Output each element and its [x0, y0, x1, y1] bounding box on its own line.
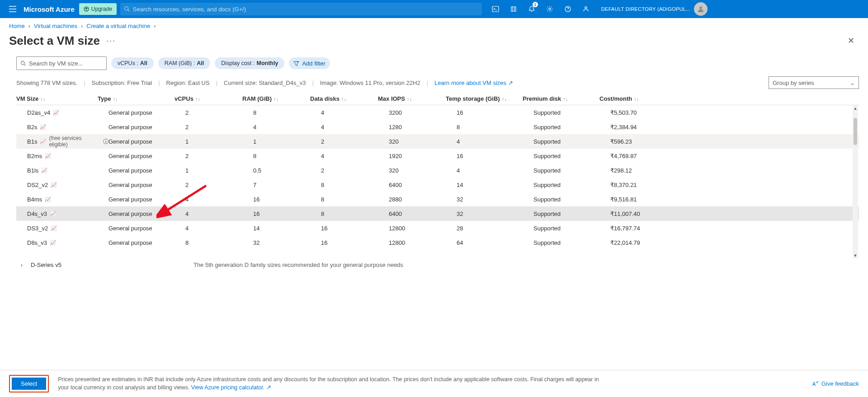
table-row[interactable]: B2s 📈General purpose24412808Supported₹2,…: [16, 120, 859, 134]
filter-icon: [293, 61, 299, 66]
add-filter-button[interactable]: Add filter: [289, 57, 330, 69]
cell-disks: 8: [321, 210, 389, 217]
col-iops[interactable]: Max IOPS↑↓: [378, 95, 446, 102]
col-ram[interactable]: RAM (GiB)↑↓: [242, 95, 310, 102]
trend-icon: 📈: [40, 139, 46, 145]
col-cost[interactable]: Cost/month↑↓: [599, 95, 853, 102]
cell-iops: 6400: [389, 182, 457, 188]
col-type[interactable]: Type↑↓: [98, 95, 175, 102]
brand-label: Microsoft Azure: [24, 5, 75, 13]
breadcrumb: Home › Virtual machines › Create a virtu…: [0, 18, 868, 31]
chevron-right-icon[interactable]: ›: [18, 262, 25, 268]
cell-disks: 16: [321, 239, 389, 246]
sort-icon: ↑↓: [502, 96, 507, 102]
scroll-thumb[interactable]: [854, 118, 857, 145]
notifications-icon[interactable]: 1: [524, 0, 540, 18]
table-row[interactable]: B4ms 📈General purpose4168288032Supported…: [16, 192, 859, 206]
col-vmsize[interactable]: VM Size↑↓: [16, 95, 98, 102]
vm-name-cell: DS2_v2 📈: [27, 182, 108, 188]
breadcrumb-home[interactable]: Home: [9, 23, 25, 29]
col-tempstorage[interactable]: Temp storage (GiB)↑↓: [446, 95, 523, 102]
col-premium[interactable]: Premium disk↑↓: [523, 95, 599, 102]
svg-point-3: [549, 8, 551, 10]
info-icon[interactable]: i: [103, 139, 108, 144]
filter-ram-value: All: [197, 60, 204, 66]
table-row[interactable]: DS2_v2 📈General purpose278640014Supporte…: [16, 177, 859, 192]
cell-prem: Supported: [533, 182, 610, 188]
upgrade-button[interactable]: Upgrade: [79, 3, 117, 15]
sort-icon: ↑↓: [563, 96, 568, 102]
cell-disks: 4: [321, 109, 389, 116]
help-icon[interactable]: [560, 0, 576, 18]
table-row[interactable]: B1ls 📈General purpose10.523204Supported₹…: [16, 163, 859, 177]
table-row[interactable]: D4s_v3 📈General purpose4168640032Support…: [16, 206, 859, 221]
user-avatar[interactable]: [694, 2, 708, 16]
copilot-icon[interactable]: [505, 0, 522, 18]
feedback-icon[interactable]: [578, 0, 594, 18]
vertical-scrollbar[interactable]: ▲ ▼: [853, 105, 858, 259]
give-feedback-label: Give feedback: [821, 380, 859, 387]
cell-iops: 6400: [389, 210, 457, 217]
cell-vcpus: 1: [185, 167, 253, 174]
table-row[interactable]: D2as_v4 📈General purpose284320016Support…: [16, 105, 859, 120]
status-current-size: Current size: Standard_D4s_v3: [224, 79, 306, 86]
col-vcpus[interactable]: vCPUs↑↓: [175, 95, 242, 102]
trend-icon: 📈: [45, 196, 51, 202]
filter-cost[interactable]: Display cost : Monthly: [215, 57, 284, 69]
cell-disks: 4: [321, 124, 389, 131]
cell-prem: Supported: [533, 239, 610, 246]
menu-button[interactable]: [4, 0, 22, 18]
global-search[interactable]: Search resources, services, and docs (G+…: [120, 3, 482, 15]
scroll-up-arrow[interactable]: ▲: [853, 105, 858, 112]
cell-cost: ₹16,797.74: [610, 225, 859, 232]
col-datadisks[interactable]: Data disks↑↓: [310, 95, 378, 102]
cell-cost: ₹9,516.81: [610, 196, 859, 203]
upgrade-label: Upgrade: [91, 6, 112, 12]
cell-ram: 1: [253, 138, 321, 145]
cell-iops: 1920: [389, 153, 457, 159]
series-group-row[interactable]: › D-Series v5 The 5th generation D famil…: [16, 259, 859, 271]
cell-prem: Supported: [533, 153, 610, 159]
cell-prem: Supported: [533, 124, 610, 131]
cell-prem: Supported: [533, 225, 610, 232]
cell-iops: 1280: [389, 124, 457, 131]
table-row[interactable]: DS3_v2 📈General purpose414161280028Suppo…: [16, 221, 859, 235]
breadcrumb-vm[interactable]: Virtual machines: [34, 23, 77, 29]
filter-vcpus[interactable]: vCPUs : All: [111, 57, 154, 69]
cell-iops: 12800: [389, 225, 457, 232]
cloud-shell-icon[interactable]: [487, 0, 504, 18]
close-button[interactable]: ✕: [843, 33, 859, 48]
give-feedback-button[interactable]: Give feedback: [812, 380, 859, 387]
group-by-dropdown[interactable]: Group by series ⌄: [769, 76, 859, 89]
settings-icon[interactable]: [542, 0, 558, 18]
cell-ram: 32: [253, 239, 321, 246]
select-button[interactable]: Select: [12, 378, 46, 390]
svg-point-1: [125, 7, 128, 10]
cell-temp: 4: [457, 138, 533, 145]
breadcrumb-create[interactable]: Create a virtual machine: [86, 23, 150, 29]
external-link-icon: ↗: [266, 384, 271, 391]
cell-cost: ₹8,370.21: [610, 182, 859, 188]
table-row[interactable]: B2ms 📈General purpose284192016Supported₹…: [16, 149, 859, 163]
cell-prem: Supported: [533, 109, 610, 116]
status-region: Region: East US: [166, 79, 210, 86]
trend-icon: 📈: [45, 153, 51, 159]
cell-disks: 4: [321, 153, 389, 159]
more-actions-button[interactable]: ···: [106, 36, 116, 46]
cell-ram: 14: [253, 225, 321, 232]
learn-more-link[interactable]: Learn more about VM sizes ↗: [434, 79, 513, 86]
vm-size-search[interactable]: Search by VM size...: [16, 56, 107, 70]
search-icon: [124, 6, 130, 12]
pricing-calculator-link[interactable]: View Azure pricing calculator. ↗: [191, 384, 271, 391]
cell-disks: 2: [321, 138, 389, 145]
table-row[interactable]: D8s_v3 📈General purpose832161280064Suppo…: [16, 235, 859, 250]
cell-ram: 0.5: [253, 167, 321, 174]
filter-ram[interactable]: RAM (GiB) : All: [158, 57, 210, 69]
cell-vcpus: 4: [185, 210, 253, 217]
chevron-right-icon: ›: [81, 23, 83, 29]
upgrade-arrow-icon: [84, 6, 89, 12]
add-filter-label: Add filter: [302, 60, 325, 67]
table-row[interactable]: B1s 📈 (free services eligible) iGeneral …: [16, 134, 859, 149]
table-body: D2as_v4 📈General purpose284320016Support…: [16, 105, 859, 259]
scroll-down-arrow[interactable]: ▼: [853, 252, 858, 259]
